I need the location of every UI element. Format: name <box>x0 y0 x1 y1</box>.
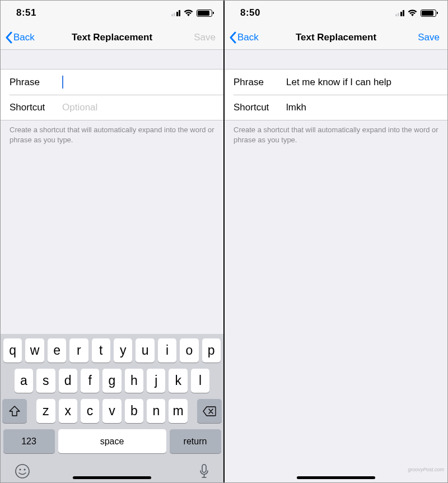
status-icons <box>171 10 213 17</box>
keyboard: qwertyuiop asdfghjkl zxcvbnm 123 space r… <box>1 334 223 482</box>
home-indicator[interactable] <box>73 476 151 479</box>
cellular-icon <box>171 10 181 16</box>
form-hint: Create a shortcut that will automaticall… <box>1 120 223 145</box>
nav-bar: Back Text Replacement Save <box>1 25 223 50</box>
wifi-icon <box>184 10 193 17</box>
phone-left: 8:51 Back Text Replacement Save Ph <box>1 1 223 482</box>
key-q[interactable]: q <box>3 338 22 363</box>
symbols-key[interactable]: 123 <box>3 429 55 453</box>
status-bar: 8:50 <box>225 1 447 25</box>
key-r[interactable]: r <box>69 338 88 363</box>
key-l[interactable]: l <box>191 369 209 393</box>
form-group: Phrase Shortcut <box>225 69 447 120</box>
key-c[interactable]: c <box>81 399 99 423</box>
nav-title: Text Replacement <box>296 32 376 43</box>
key-row-1: qwertyuiop <box>2 338 222 363</box>
key-j[interactable]: j <box>147 369 165 393</box>
battery-icon <box>421 10 436 17</box>
shortcut-row: Shortcut <box>10 95 223 120</box>
form-hint: Create a shortcut that will automaticall… <box>225 120 447 145</box>
phone-right: 8:50 Back Text Replacement Save Ph <box>225 1 447 482</box>
phrase-label: Phrase <box>10 77 62 88</box>
nav-title: Text Replacement <box>72 32 152 43</box>
key-e[interactable]: e <box>48 338 66 363</box>
key-row-2: asdfghjkl <box>2 369 222 393</box>
form-group: Phrase Shortcut <box>1 69 223 120</box>
key-row-4: 123 space return <box>2 429 222 453</box>
status-bar: 8:51 <box>1 1 223 25</box>
status-icons <box>395 10 437 17</box>
delete-key[interactable] <box>197 399 222 423</box>
phrase-row: Phrase <box>1 69 223 95</box>
status-time: 8:50 <box>240 7 260 18</box>
shortcut-row: Shortcut <box>234 95 447 120</box>
key-h[interactable]: h <box>125 369 143 393</box>
shortcut-input[interactable] <box>62 102 214 113</box>
svg-rect-3 <box>202 465 206 472</box>
chevron-left-icon <box>229 31 236 44</box>
back-label: Back <box>237 32 259 43</box>
home-indicator[interactable] <box>297 476 375 479</box>
return-key[interactable]: return <box>170 429 221 453</box>
key-u[interactable]: u <box>136 338 154 363</box>
key-k[interactable]: k <box>169 369 187 393</box>
key-f[interactable]: f <box>81 369 99 393</box>
shortcut-label: Shortcut <box>234 102 286 113</box>
shortcut-input[interactable] <box>286 102 438 113</box>
key-y[interactable]: y <box>114 338 132 363</box>
key-a[interactable]: a <box>15 369 33 393</box>
key-x[interactable]: x <box>59 399 77 423</box>
key-b[interactable]: b <box>125 399 143 423</box>
emoji-icon[interactable] <box>15 463 30 479</box>
key-s[interactable]: s <box>36 369 55 393</box>
key-p[interactable]: p <box>202 338 221 363</box>
key-g[interactable]: g <box>102 369 121 393</box>
battery-icon <box>197 10 212 17</box>
back-label: Back <box>13 32 35 43</box>
svg-point-2 <box>24 468 25 470</box>
key-i[interactable]: i <box>158 338 176 363</box>
phrase-label: Phrase <box>234 77 286 88</box>
key-z[interactable]: z <box>36 399 55 423</box>
space-key[interactable]: space <box>58 429 166 453</box>
key-o[interactable]: o <box>180 338 198 363</box>
phrase-row: Phrase <box>225 69 447 95</box>
key-m[interactable]: m <box>169 399 187 423</box>
nav-bar: Back Text Replacement Save <box>225 25 447 50</box>
mic-icon[interactable] <box>199 463 209 479</box>
chevron-left-icon <box>5 31 12 44</box>
cellular-icon <box>395 10 405 16</box>
save-button[interactable]: Save <box>194 25 216 49</box>
svg-point-1 <box>19 468 21 470</box>
key-w[interactable]: w <box>25 338 44 363</box>
svg-point-0 <box>16 465 29 478</box>
back-button[interactable]: Back <box>5 25 35 49</box>
phrase-input[interactable] <box>63 77 214 88</box>
watermark: groovyPost.com <box>408 467 444 472</box>
shortcut-label: Shortcut <box>10 102 62 113</box>
wifi-icon <box>408 10 417 17</box>
key-t[interactable]: t <box>92 338 110 363</box>
shift-key[interactable] <box>2 399 27 423</box>
key-d[interactable]: d <box>59 369 77 393</box>
key-n[interactable]: n <box>147 399 165 423</box>
phrase-input[interactable] <box>286 77 438 88</box>
key-row-3: zxcvbnm <box>2 399 222 423</box>
save-button[interactable]: Save <box>418 25 440 49</box>
key-v[interactable]: v <box>102 399 121 423</box>
status-time: 8:51 <box>16 7 36 18</box>
back-button[interactable]: Back <box>229 25 259 49</box>
